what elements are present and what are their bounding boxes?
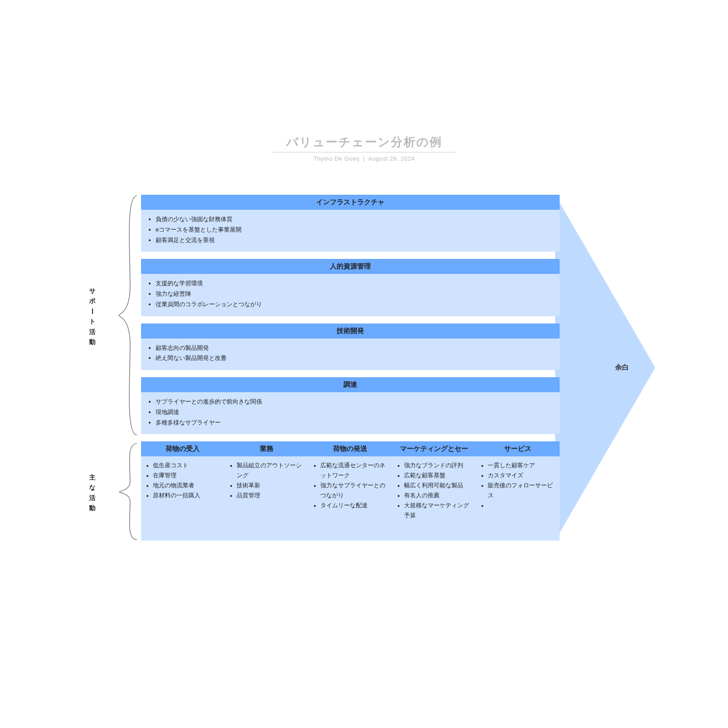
list-item: 顧客志向の製品開発 — [156, 343, 553, 354]
list-item: 強力なサプライヤーとのつながり — [320, 481, 388, 501]
support-list: サプライヤーとの進歩的で前向きな関係現地調達多種多様なサプライヤー — [147, 397, 553, 428]
separator: | — [361, 155, 369, 162]
diagram-date: August 28, 2024 — [368, 155, 415, 162]
primary-col: 製品組立のアウトソーシング技術革新品質管理 — [225, 456, 308, 541]
list-item: 多種多様なサプライヤー — [156, 418, 553, 428]
value-chain-content: インフラストラクチャ 負債の少ない強固な財務体質eコマースを基盤とした事業展開顧… — [141, 195, 560, 541]
primary-body: 低生産コスト在庫管理地元の物流業者原材料の一括購入 製品組立のアウトソーシング技… — [141, 456, 560, 541]
support-list: 支援的な学習環境強力な経営陣従業員間のコラボレーションとつながり — [147, 278, 553, 309]
support-body: サプライヤーとの進歩的で前向きな関係現地調達多種多様なサプライヤー — [141, 392, 560, 434]
list-item: eコマースを基盤とした事業展開 — [156, 225, 553, 235]
diagram-header: バリューチェーン分析の例 Thymo De Goeij | August 28,… — [0, 134, 728, 162]
author-name: Thymo De Goeij — [313, 155, 359, 162]
primary-col-header: 業務 — [225, 441, 308, 456]
list-item: 広範な流通センターのネットワーク — [320, 461, 388, 481]
support-header: 人的資源管理 — [141, 259, 560, 274]
primary-col: 広範な流通センターのネットワーク強力なサプライヤーとのつながりタイムリーな配達 — [308, 456, 392, 541]
primary-list: 低生産コスト在庫管理地元の物流業者原材料の一括購入 — [146, 461, 220, 501]
list-item: カスタマイズ — [488, 471, 555, 481]
support-row-hr: 人的資源管理 支援的な学習環境強力な経営陣従業員間のコラボレーションとつながり — [141, 259, 560, 316]
list-item: 低生産コスト — [153, 461, 220, 471]
support-row-procurement: 調達 サプライヤーとの進歩的で前向きな関係現地調達多種多様なサプライヤー — [141, 377, 560, 434]
list-item: 一貫した顧客ケア — [488, 461, 555, 471]
list-item: 地元の物流業者 — [153, 481, 220, 491]
list-item: 強力な経営陣 — [156, 289, 553, 299]
list-item: 幅広く利用可能な製品 — [404, 481, 471, 491]
list-item: 負債の少ない強固な財務体質 — [156, 214, 553, 225]
list-item: 品質管理 — [237, 491, 304, 501]
primary-col-header: 荷物の発送 — [308, 441, 392, 456]
list-item: 支援的な学習環境 — [156, 278, 553, 289]
primary-activities: 荷物の受入 業務 荷物の発送 マーケティングとセー サービス 低生産コスト在庫管… — [141, 441, 560, 541]
support-body: 支援的な学習環境強力な経営陣従業員間のコラボレーションとつながり — [141, 274, 560, 316]
list-item: 販売後のフォローサービス — [488, 481, 555, 501]
support-header: 技術開発 — [141, 324, 560, 339]
primary-col-header: サービス — [476, 441, 560, 456]
primary-brace — [116, 443, 139, 541]
list-item: 有名人の推薦 — [404, 491, 471, 501]
list-item: 顧客満足と交流を重視 — [156, 235, 553, 246]
primary-list: 強力なブランドの評判広範な顧客基盤幅広く利用可能な製品有名人の推薦大規模なマーケ… — [397, 461, 471, 521]
primary-col-header: マーケティングとセー — [392, 441, 476, 456]
primary-list: 製品組立のアウトソーシング技術革新品質管理 — [229, 461, 304, 501]
diagram-title: バリューチェーン分析の例 — [273, 134, 456, 152]
support-brace — [116, 195, 139, 436]
margin-label: 余白 — [615, 363, 629, 372]
support-row-tech: 技術開発 顧客志向の製品開発絶え間ない製品開発と改善 — [141, 324, 560, 370]
list-item: サプライヤーとの進歩的で前向きな関係 — [156, 397, 553, 407]
list-item: 現地調達 — [156, 407, 553, 418]
support-header: インフラストラクチャ — [141, 195, 560, 210]
primary-col: 一貫した顧客ケアカスタマイズ販売後のフォローサービス — [476, 456, 560, 541]
value-chain-diagram: 余白 サポート活動 主な活動 インフラストラクチャ 負債の少ない強固な財務体質e… — [114, 195, 651, 541]
primary-list: 広範な流通センターのネットワーク強力なサプライヤーとのつながりタイムリーな配達 — [313, 461, 388, 511]
support-body: 負債の少ない強固な財務体質eコマースを基盤とした事業展開顧客満足と交流を重視 — [141, 210, 560, 252]
list-item: 強力なブランドの評判 — [404, 461, 471, 471]
list-item: 広範な顧客基盤 — [404, 471, 471, 481]
list-item: 絶え間ない製品開発と改善 — [156, 353, 553, 364]
support-row-infrastructure: インフラストラクチャ 負債の少ない強固な財務体質eコマースを基盤とした事業展開顧… — [141, 195, 560, 252]
list-item: 製品組立のアウトソーシング — [237, 461, 304, 481]
support-list: 負債の少ない強固な財務体質eコマースを基盤とした事業展開顧客満足と交流を重視 — [147, 214, 553, 245]
list-item: 従業員間のコラボレーションとつながり — [156, 299, 553, 310]
diagram-subtitle: Thymo De Goeij | August 28, 2024 — [0, 155, 728, 162]
list-item — [488, 501, 555, 511]
support-activities-label: サポート活動 — [88, 286, 96, 347]
list-item: 大規模なマーケティング予算 — [404, 501, 471, 521]
primary-col-header: 荷物の受入 — [141, 441, 225, 456]
primary-col: 強力なブランドの評判広範な顧客基盤幅広く利用可能な製品有名人の推薦大規模なマーケ… — [392, 456, 476, 541]
support-body: 顧客志向の製品開発絶え間ない製品開発と改善 — [141, 339, 560, 370]
list-item: タイムリーな配達 — [320, 501, 388, 511]
support-list: 顧客志向の製品開発絶え間ない製品開発と改善 — [147, 343, 553, 364]
primary-col: 低生産コスト在庫管理地元の物流業者原材料の一括購入 — [141, 456, 225, 541]
list-item: 技術革新 — [237, 481, 304, 491]
primary-activities-label: 主な活動 — [88, 472, 96, 513]
arrow-head — [555, 195, 655, 541]
list-item: 在庫管理 — [153, 471, 220, 481]
primary-list: 一貫した顧客ケアカスタマイズ販売後のフォローサービス — [480, 461, 555, 511]
support-header: 調達 — [141, 377, 560, 392]
list-item: 原材料の一括購入 — [153, 491, 220, 501]
primary-headers: 荷物の受入 業務 荷物の発送 マーケティングとセー サービス — [141, 441, 560, 456]
